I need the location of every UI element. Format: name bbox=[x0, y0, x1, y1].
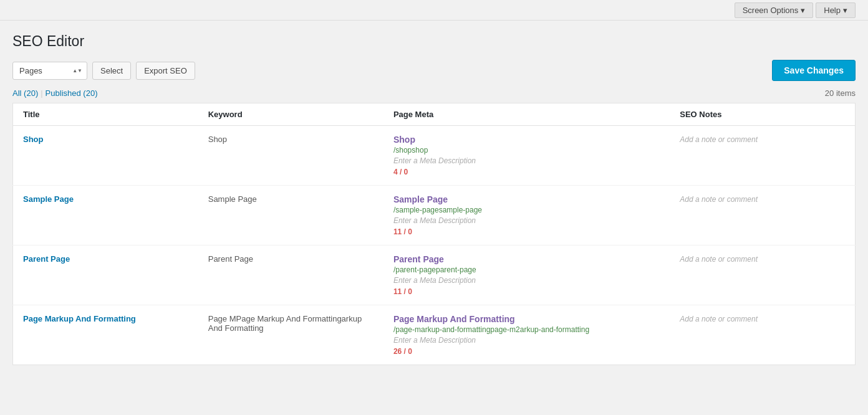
published-filter-label: Published bbox=[46, 88, 81, 98]
table-row: Parent Page Parent Page Parent Page /par… bbox=[13, 246, 856, 305]
page-title-link-2[interactable]: Parent Page bbox=[23, 254, 70, 264]
keyword-text-1: Sample Page bbox=[208, 194, 257, 204]
cell-keyword-3: Page MPage Markup And Formattingarkup An… bbox=[198, 305, 383, 365]
meta-desc-0[interactable]: Enter a Meta Description bbox=[393, 156, 660, 165]
items-count: 20 items bbox=[825, 88, 856, 98]
published-filter-link[interactable]: Published (20) bbox=[46, 88, 98, 98]
seo-note-0[interactable]: Add a note or comment bbox=[680, 135, 758, 144]
meta-url-3: /page-markup-and-formattingpage-m2arkup-… bbox=[393, 325, 660, 334]
help-label: Help bbox=[824, 6, 841, 15]
cell-notes-3: Add a note or comment bbox=[670, 305, 855, 365]
published-filter-count: 20 bbox=[86, 88, 95, 98]
table-row: Shop Shop Shop /shopshop Enter a Meta De… bbox=[13, 126, 856, 186]
meta-counts-3: 26 / 0 bbox=[393, 347, 412, 356]
all-filter-count: 20 bbox=[26, 88, 35, 98]
meta-url-1: /sample-pagesample-page bbox=[393, 206, 660, 214]
screen-options-button[interactable]: Screen Options ▾ bbox=[735, 2, 814, 18]
keyword-text-0: Shop bbox=[208, 135, 227, 144]
content-type-select[interactable]: Pages Posts Products bbox=[12, 62, 87, 80]
meta-title-link-1[interactable]: Sample Page bbox=[393, 194, 660, 204]
cell-keyword-1: Sample Page bbox=[198, 186, 383, 246]
cell-keyword-2: Parent Page bbox=[198, 246, 383, 305]
meta-counts-1: 11 / 0 bbox=[393, 227, 412, 236]
keyword-text-3: Page MPage Markup And Formattingarkup An… bbox=[208, 314, 362, 333]
col-header-title: Title bbox=[13, 103, 198, 126]
cell-notes-2: Add a note or comment bbox=[670, 246, 855, 305]
seo-note-1[interactable]: Add a note or comment bbox=[680, 195, 758, 204]
table-row: Sample Page Sample Page Sample Page /sam… bbox=[13, 186, 856, 246]
col-header-keyword: Keyword bbox=[198, 103, 383, 126]
table-body: Shop Shop Shop /shopshop Enter a Meta De… bbox=[13, 126, 856, 365]
toolbar: Pages Posts Products Select Export SEO S… bbox=[12, 60, 856, 81]
table-header: Title Keyword Page Meta SEO Notes bbox=[13, 103, 856, 126]
content-type-select-wrapper: Pages Posts Products bbox=[12, 62, 87, 80]
keyword-text-2: Parent Page bbox=[208, 254, 253, 264]
all-filter-label: All bbox=[12, 88, 21, 98]
filter-links: All (20) | Published (20) bbox=[12, 88, 97, 98]
meta-title-link-3[interactable]: Page Markup And Formatting bbox=[393, 314, 660, 324]
filter-bar: All (20) | Published (20) 20 items bbox=[12, 88, 856, 98]
meta-title-link-0[interactable]: Shop bbox=[393, 135, 660, 145]
meta-url-2: /parent-pageparent-page bbox=[393, 265, 660, 274]
top-bar: Screen Options ▾ Help ▾ bbox=[0, 0, 868, 21]
page-title-link-3[interactable]: Page Markup And Formatting bbox=[23, 314, 136, 323]
meta-counts-0: 4 / 0 bbox=[393, 168, 408, 176]
save-changes-button[interactable]: Save Changes bbox=[772, 60, 856, 81]
meta-desc-1[interactable]: Enter a Meta Description bbox=[393, 216, 660, 225]
cell-meta-1: Sample Page /sample-pagesample-page Ente… bbox=[383, 186, 670, 246]
screen-options-arrow: ▾ bbox=[801, 6, 805, 15]
cell-keyword-0: Shop bbox=[198, 126, 383, 186]
meta-desc-3[interactable]: Enter a Meta Description bbox=[393, 336, 660, 345]
meta-title-link-2[interactable]: Parent Page bbox=[393, 254, 660, 264]
meta-desc-2[interactable]: Enter a Meta Description bbox=[393, 276, 660, 285]
cell-title-2: Parent Page bbox=[13, 246, 198, 305]
cell-title-0: Shop bbox=[13, 126, 198, 186]
meta-url-0: /shopshop bbox=[393, 146, 660, 155]
screen-options-label: Screen Options bbox=[743, 6, 799, 15]
header-row: Title Keyword Page Meta SEO Notes bbox=[13, 103, 856, 126]
all-filter-link[interactable]: All (20) bbox=[12, 88, 38, 98]
page-title-link-0[interactable]: Shop bbox=[23, 135, 44, 144]
select-button[interactable]: Select bbox=[92, 62, 131, 80]
main-content: SEO Editor Pages Posts Products Select E… bbox=[0, 21, 868, 378]
table-row: Page Markup And Formatting Page MPage Ma… bbox=[13, 305, 856, 365]
cell-notes-0: Add a note or comment bbox=[670, 126, 855, 186]
meta-counts-2: 11 / 0 bbox=[393, 287, 412, 296]
cell-meta-3: Page Markup And Formatting /page-markup-… bbox=[383, 305, 670, 365]
page-title: SEO Editor bbox=[12, 33, 856, 50]
help-arrow: ▾ bbox=[843, 6, 847, 15]
col-header-seo-notes: SEO Notes bbox=[670, 103, 855, 126]
seo-note-2[interactable]: Add a note or comment bbox=[680, 255, 758, 264]
cell-title-3: Page Markup And Formatting bbox=[13, 305, 198, 365]
seo-table: Title Keyword Page Meta SEO Notes Shop S… bbox=[12, 103, 856, 365]
filter-separator: | bbox=[41, 88, 42, 98]
export-seo-button[interactable]: Export SEO bbox=[136, 62, 195, 80]
page-title-link-1[interactable]: Sample Page bbox=[23, 194, 74, 204]
help-button[interactable]: Help ▾ bbox=[816, 2, 856, 18]
cell-notes-1: Add a note or comment bbox=[670, 186, 855, 246]
cell-meta-2: Parent Page /parent-pageparent-page Ente… bbox=[383, 246, 670, 305]
col-header-page-meta: Page Meta bbox=[383, 103, 670, 126]
cell-meta-0: Shop /shopshop Enter a Meta Description … bbox=[383, 126, 670, 186]
cell-title-1: Sample Page bbox=[13, 186, 198, 246]
seo-note-3[interactable]: Add a note or comment bbox=[680, 315, 758, 323]
